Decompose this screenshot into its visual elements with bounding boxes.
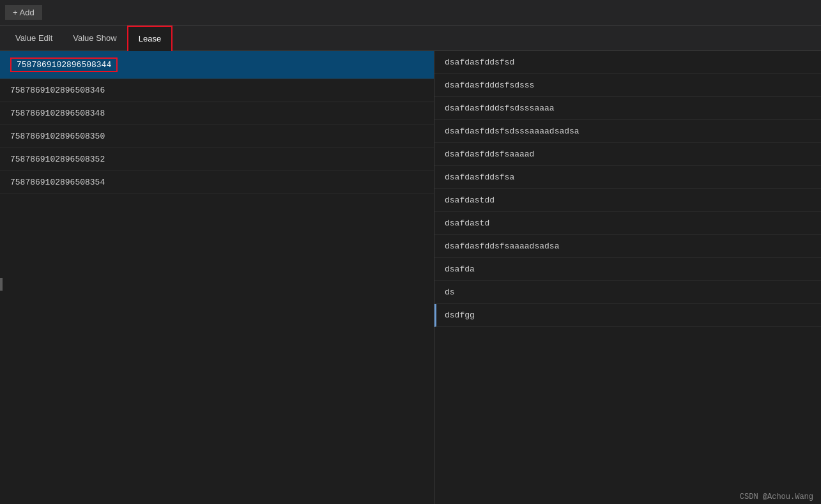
tab-value-edit[interactable]: Value Edit xyxy=(5,26,63,51)
right-item-value: dsafda xyxy=(445,264,475,274)
top-bar: + Add xyxy=(0,0,821,26)
list-item-value: 7587869102896508346 xyxy=(10,86,105,95)
right-item[interactable]: dsafdasfddsfsaaaad xyxy=(434,143,821,166)
right-item-value: dsafdasfddsfsd xyxy=(445,57,514,67)
right-item-value: dsafdastd xyxy=(445,218,489,228)
list-item-value: 7587869102896508352 xyxy=(10,155,105,164)
list-item[interactable]: 7587869102896508348 xyxy=(0,102,434,125)
list-item[interactable]: 7587869102896508350 xyxy=(0,125,434,148)
scrollbar-indicator xyxy=(0,278,3,291)
right-item[interactable]: dsafdasfddsfsaaaadsadsa xyxy=(434,235,821,258)
list-item-value: 7587869102896508344 xyxy=(10,57,118,72)
right-item[interactable]: dsafdasfddsfsdsssaaaadsadsa xyxy=(434,120,821,143)
list-item-value: 7587869102896508354 xyxy=(10,178,105,187)
list-item[interactable]: 7587869102896508352 xyxy=(0,148,434,171)
left-panel: 7587869102896508344 7587869102896508346 … xyxy=(0,51,434,504)
right-item[interactable]: dsafdasfddsfsd xyxy=(434,51,821,74)
right-item-value: dsdfgg xyxy=(445,310,475,320)
right-panel: dsafdasfddsfsd dsafdasfdddsfsdsss dsafda… xyxy=(434,51,821,504)
right-item-value: dsafdasfdddsfsdsss xyxy=(445,80,534,90)
list-item-value: 7587869102896508348 xyxy=(10,109,105,118)
tab-value-show[interactable]: Value Show xyxy=(63,26,127,51)
right-item[interactable]: dsafdastdd xyxy=(434,189,821,212)
right-item[interactable]: dsafdastd xyxy=(434,212,821,235)
right-item[interactable]: dsafdasfddsfsa xyxy=(434,166,821,189)
right-item-value: dsafdasfddsfsdsssaaaadsadsa xyxy=(445,126,579,136)
right-item[interactable]: ds xyxy=(434,281,821,304)
add-button[interactable]: + Add xyxy=(5,5,42,20)
right-item[interactable]: dsafdasfdddsfsdsss xyxy=(434,74,821,97)
tab-lease[interactable]: Lease xyxy=(127,26,173,51)
footer: CSDN @Achou.Wang xyxy=(732,490,821,504)
right-item-value: dsafdasfddsfsaaaadsadsa xyxy=(445,241,559,251)
right-item-value: dsafdasfddsfsa xyxy=(445,172,514,182)
right-item[interactable]: dsafdasfdddsfsdsssaaaa xyxy=(434,97,821,120)
tab-bar: Value Edit Value Show Lease xyxy=(0,26,821,51)
list-item-value: 7587869102896508350 xyxy=(10,132,105,141)
right-item-value: dsafdastdd xyxy=(445,195,495,205)
right-item-value: dsafdasfddsfsaaaad xyxy=(445,149,534,159)
right-item-value: ds xyxy=(445,287,455,297)
right-item[interactable]: dsdfgg xyxy=(434,304,821,327)
list-item[interactable]: 7587869102896508346 xyxy=(0,79,434,102)
right-item[interactable]: dsafda xyxy=(434,258,821,281)
list-item[interactable]: 7587869102896508344 xyxy=(0,51,434,79)
footer-credit: CSDN @Achou.Wang xyxy=(740,493,813,501)
right-item-value: dsafdasfdddsfsdsssaaaa xyxy=(445,103,555,113)
list-item[interactable]: 7587869102896508354 xyxy=(0,171,434,194)
main-content: 7587869102896508344 7587869102896508346 … xyxy=(0,51,821,504)
